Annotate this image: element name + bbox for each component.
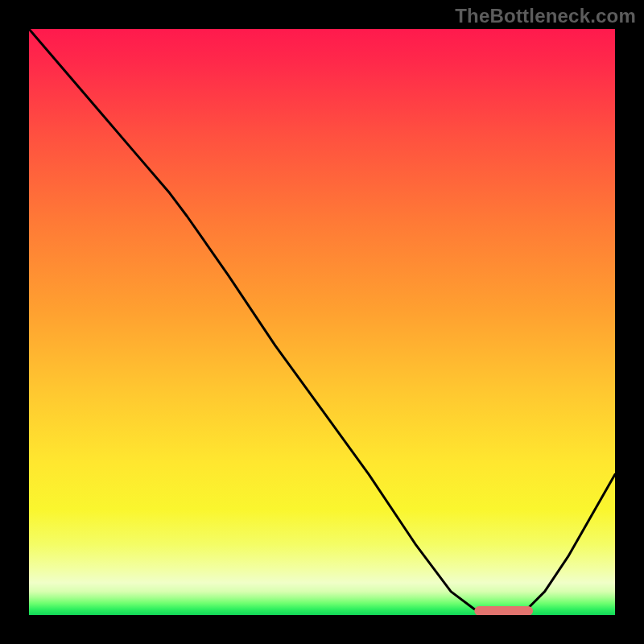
bottleneck-curve <box>29 29 615 615</box>
chart-frame: TheBottleneck.com <box>0 0 644 644</box>
curve-layer <box>29 29 615 615</box>
plot-area <box>29 29 615 615</box>
optimal-zone-marker <box>474 606 533 615</box>
watermark-text: TheBottleneck.com <box>455 5 636 27</box>
